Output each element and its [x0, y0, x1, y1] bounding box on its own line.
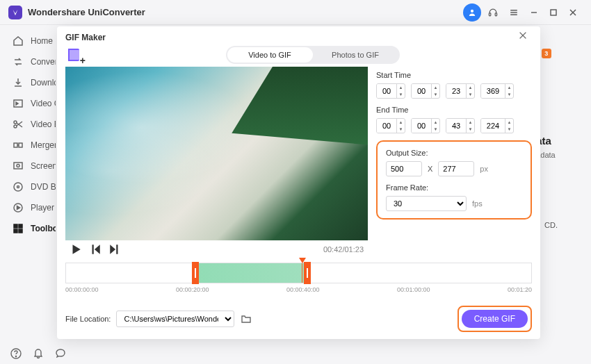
- app-title: Wondershare UniConverter: [28, 7, 145, 17]
- chevron-up-icon[interactable]: ▲: [505, 84, 513, 91]
- chevron-up-icon[interactable]: ▲: [432, 84, 439, 91]
- end-seconds-input[interactable]: [446, 119, 466, 133]
- timeline-handle-start[interactable]: [192, 262, 199, 284]
- chevron-down-icon[interactable]: ▼: [505, 91, 513, 98]
- sidebar-item-toolbox[interactable]: Toolbox: [0, 218, 56, 239]
- start-ms-spinner[interactable]: ▲▼: [480, 83, 514, 99]
- end-minutes-spinner[interactable]: ▲▼: [411, 118, 440, 133]
- svg-point-16: [17, 165, 19, 167]
- output-width-input[interactable]: [386, 161, 422, 176]
- timeline-handle-end[interactable]: [304, 262, 311, 284]
- avatar-icon[interactable]: [463, 3, 481, 22]
- settings-column: Start Time ▲▼ ▲▼ ▲▼ ▲▼ End Time ▲▼ ▲▼ ▲▼…: [376, 67, 532, 258]
- start-seconds-spinner[interactable]: ▲▼: [446, 83, 475, 99]
- framerate-select[interactable]: 30: [386, 196, 467, 211]
- framerate-label: Frame Rate:: [386, 183, 522, 192]
- px-unit: px: [480, 165, 488, 173]
- end-hours-input[interactable]: [377, 119, 396, 133]
- chevron-down-icon[interactable]: ▼: [397, 126, 405, 133]
- chevron-down-icon[interactable]: ▼: [467, 91, 474, 98]
- sidebar-item-player[interactable]: Player: [0, 197, 56, 218]
- sidebar-item-downloader[interactable]: Downloader: [0, 72, 56, 93]
- file-location-select[interactable]: C:\Users\ws\Pictures\Wonders: [116, 311, 234, 327]
- headset-icon[interactable]: [484, 3, 502, 22]
- start-hours-input[interactable]: [377, 84, 396, 98]
- open-folder-button[interactable]: [238, 311, 254, 326]
- converter-icon: [13, 56, 24, 67]
- tick-label: 00:01:00:00: [397, 286, 430, 293]
- compressor-icon: [13, 98, 24, 109]
- chevron-up-icon[interactable]: ▲: [397, 119, 405, 126]
- end-ms-spinner[interactable]: ▲▼: [480, 118, 514, 133]
- sidebar-item-label: Video Compressor: [31, 99, 56, 108]
- timeline-selection[interactable]: [195, 263, 307, 283]
- chevron-down-icon[interactable]: ▼: [467, 126, 474, 133]
- start-seconds-input[interactable]: [446, 84, 466, 98]
- end-ms-input[interactable]: [481, 119, 505, 133]
- sidebar-item-editor[interactable]: Video Editor: [0, 114, 56, 135]
- sidebar-item-compressor[interactable]: Video Compressor: [0, 93, 56, 114]
- end-seconds-spinner[interactable]: ▲▼: [446, 118, 475, 133]
- tab-video-to-gif[interactable]: Video to GIF: [227, 47, 313, 63]
- sidebar-item-home[interactable]: Home: [0, 31, 56, 51]
- chevron-up-icon[interactable]: ▲: [432, 119, 439, 126]
- video-controls: 00:42/01:23: [65, 240, 368, 258]
- next-frame-button[interactable]: [108, 243, 121, 256]
- svg-rect-20: [14, 224, 17, 228]
- bell-icon[interactable]: [32, 347, 44, 360]
- feedback-icon[interactable]: [54, 347, 67, 360]
- end-minutes-input[interactable]: [412, 119, 431, 133]
- chevron-down-icon[interactable]: ▼: [397, 91, 405, 98]
- start-ms-input[interactable]: [481, 84, 505, 98]
- play-button[interactable]: [70, 243, 82, 256]
- help-icon[interactable]: [10, 347, 22, 360]
- svg-point-12: [14, 125, 17, 128]
- maximize-button[interactable]: [544, 3, 563, 22]
- sidebar: Home Converter Downloader Video Compress…: [0, 25, 56, 343]
- sidebar-item-dvd[interactable]: DVD Burner: [0, 176, 56, 197]
- video-preview[interactable]: [65, 67, 368, 240]
- end-hours-spinner[interactable]: ▲▼: [376, 118, 405, 133]
- tick-label: 00:00:00:00: [65, 286, 99, 293]
- timeline-track[interactable]: [65, 263, 532, 283]
- tab-photos-to-gif[interactable]: Photos to GIF: [313, 47, 398, 63]
- merger-icon: [13, 140, 24, 151]
- sidebar-item-converter[interactable]: Converter: [0, 51, 56, 72]
- sidebar-item-label: Home: [31, 36, 53, 46]
- recorder-icon: [13, 160, 24, 172]
- add-media-button[interactable]: +: [65, 46, 83, 64]
- chevron-down-icon[interactable]: ▼: [432, 91, 439, 98]
- create-gif-button[interactable]: Create GIF: [462, 310, 528, 328]
- chevron-up-icon[interactable]: ▲: [397, 84, 405, 91]
- svg-rect-14: [19, 143, 22, 147]
- sidebar-item-label: Toolbox: [31, 224, 56, 233]
- prev-frame-button[interactable]: [89, 243, 102, 256]
- sidebar-item-label: Downloader: [31, 78, 56, 88]
- menu-icon[interactable]: [505, 3, 523, 22]
- playhead-icon[interactable]: [299, 258, 306, 263]
- chevron-up-icon[interactable]: ▲: [467, 84, 474, 91]
- chevron-up-icon[interactable]: ▲: [505, 119, 513, 126]
- playhead-line: [302, 263, 302, 283]
- svg-point-25: [15, 356, 16, 356]
- start-time-row: ▲▼ ▲▼ ▲▼ ▲▼: [376, 83, 532, 99]
- sidebar-item-label: Player: [31, 203, 54, 213]
- start-minutes-spinner[interactable]: ▲▼: [411, 83, 440, 99]
- app-logo-icon: [8, 6, 22, 19]
- output-height-input[interactable]: [438, 161, 474, 176]
- minimize-button[interactable]: [524, 3, 544, 22]
- svg-rect-2: [495, 13, 496, 15]
- close-window-button[interactable]: [563, 3, 583, 22]
- modal-close-button[interactable]: [518, 31, 532, 44]
- sidebar-item-recorder[interactable]: Screen Recorder: [0, 156, 56, 176]
- sidebar-item-merger[interactable]: Merger: [0, 135, 56, 156]
- start-hours-spinner[interactable]: ▲▼: [376, 83, 405, 99]
- time-display: 00:42/01:23: [323, 245, 364, 254]
- scissors-icon: [13, 119, 24, 130]
- modal-title: GIF Maker: [65, 33, 106, 42]
- chevron-down-icon[interactable]: ▼: [432, 126, 439, 133]
- chevron-down-icon[interactable]: ▼: [505, 126, 513, 133]
- disc-icon: [13, 181, 24, 192]
- start-minutes-input[interactable]: [412, 84, 431, 98]
- chevron-up-icon[interactable]: ▲: [467, 119, 474, 126]
